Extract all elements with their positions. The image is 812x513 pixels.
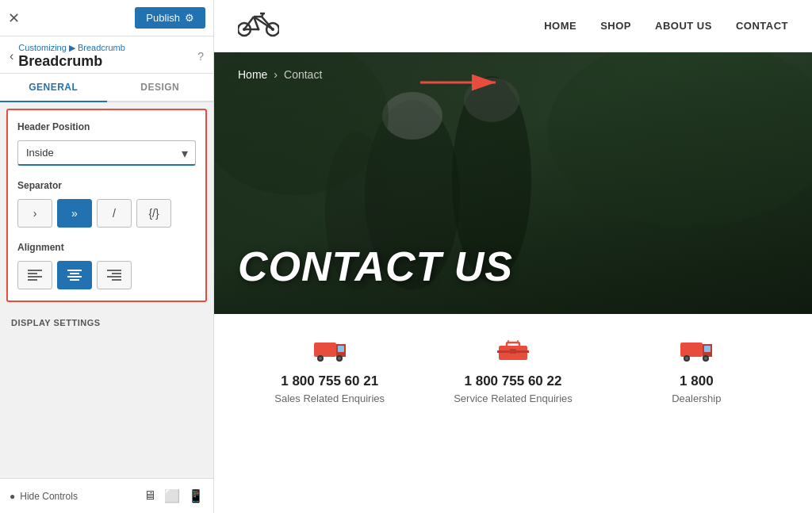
svg-rect-38 [338, 346, 344, 352]
hero-section: Home › Contact CONTACT US [214, 52, 812, 314]
svg-point-53 [685, 357, 688, 360]
alignment-group: Alignment [17, 242, 196, 289]
svg-rect-36 [314, 343, 336, 357]
eye-icon: ● [10, 491, 15, 502]
svg-rect-2 [28, 276, 42, 278]
service-item-dealership: 1 800 Dealership [605, 328, 788, 412]
dealership-icon [613, 336, 780, 367]
svg-point-42 [338, 357, 341, 360]
hide-controls-label: Hide Controls [20, 491, 78, 502]
service-desc-sales: Sales Related Enquiries [246, 392, 413, 404]
top-bar: ✕ Publish ⚙ [0, 0, 213, 36]
tab-general[interactable]: GENERAL [0, 74, 107, 102]
hero-breadcrumb: Home › Contact [238, 68, 322, 81]
align-left-button[interactable] [17, 261, 52, 289]
breadcrumb-nav: ‹ Customizing ▶ Breadcrumb Breadcrumb ? [0, 36, 213, 74]
publish-label: Publish [146, 12, 180, 24]
service-phone-service: 1 800 755 60 22 [429, 373, 596, 389]
svg-rect-10 [107, 276, 121, 278]
breadcrumb-separator: › [274, 68, 278, 81]
service-item-service: 1 800 755 60 22 Service Related Enquirie… [421, 328, 604, 412]
tablet-icon[interactable]: ⬜ [164, 488, 180, 503]
alignment-buttons [17, 261, 196, 289]
mobile-icon[interactable]: 📱 [188, 488, 204, 503]
align-center-icon [67, 270, 82, 281]
separator-slash[interactable]: / [97, 199, 132, 228]
site-logo [238, 9, 279, 43]
header-position-label: Header Position [17, 121, 196, 132]
site-header: HOME SHOP ABOUT US CONTACT [214, 0, 812, 52]
tab-design[interactable]: DESIGN [107, 74, 214, 101]
breadcrumb-title: Breadcrumb [18, 53, 125, 70]
truck-svg-icon [314, 336, 346, 362]
truck-icon [246, 336, 413, 367]
svg-rect-4 [67, 270, 82, 271]
svg-point-48 [517, 340, 519, 342]
breadcrumb-current-page: Contact [284, 68, 322, 81]
header-position-group: Header Position Inside Outside Below Hea… [17, 121, 196, 166]
nav-item-about[interactable]: ABOUT US [655, 20, 712, 32]
align-left-icon [28, 270, 42, 281]
svg-rect-11 [112, 279, 121, 281]
header-position-select[interactable]: Inside Outside Below Header [17, 140, 196, 166]
svg-rect-9 [112, 273, 121, 274]
separator-buttons: › » / {/} [17, 199, 196, 228]
nav-item-shop[interactable]: SHOP [600, 20, 631, 32]
dealership-svg-icon [680, 336, 712, 362]
separator-double-chevron[interactable]: » [57, 199, 92, 228]
svg-point-47 [508, 340, 509, 342]
svg-rect-51 [704, 346, 710, 352]
service-item-sales: 1 800 755 60 21 Sales Related Enquiries [238, 328, 421, 412]
svg-rect-7 [70, 279, 79, 281]
svg-point-40 [319, 357, 322, 360]
align-right-icon [107, 270, 121, 281]
close-button[interactable]: ✕ [8, 10, 20, 27]
svg-rect-6 [67, 276, 82, 278]
toolbox-svg-icon [497, 336, 529, 362]
settings-section: Header Position Inside Outside Below Hea… [6, 109, 207, 302]
service-desc-service: Service Related Enquiries [429, 392, 596, 404]
svg-rect-0 [28, 270, 42, 271]
red-arrow-indicator [412, 67, 508, 102]
alignment-label: Alignment [17, 242, 196, 253]
service-phone-sales: 1 800 755 60 21 [246, 373, 413, 389]
svg-rect-3 [28, 279, 37, 281]
svg-rect-8 [107, 270, 121, 271]
svg-rect-49 [680, 343, 703, 357]
separator-single-chevron[interactable]: › [17, 199, 52, 228]
nav-item-home[interactable]: HOME [544, 20, 576, 32]
service-desc-dealership: Dealership [613, 392, 780, 404]
tabs-bar: GENERAL DESIGN [0, 74, 213, 102]
svg-rect-1 [28, 273, 37, 274]
arrow-icon [412, 67, 508, 98]
panel-content: Header Position Inside Outside Below Hea… [0, 102, 213, 478]
align-center-button[interactable] [57, 261, 92, 289]
svg-rect-44 [507, 343, 519, 347]
separator-pipe[interactable]: {/} [136, 199, 171, 228]
hide-controls-button[interactable]: ● Hide Controls [10, 491, 78, 502]
right-panel: HOME SHOP ABOUT US CONTACT [214, 0, 812, 513]
help-icon[interactable]: ? [197, 50, 204, 63]
svg-point-24 [258, 29, 260, 31]
device-icons: 🖥 ⬜ 📱 [144, 488, 204, 503]
hero-title: CONTACT US [238, 243, 788, 290]
site-nav: HOME SHOP ABOUT US CONTACT [544, 20, 788, 32]
dropdown-wrapper: Inside Outside Below Header ▾ [17, 140, 196, 166]
desktop-icon[interactable]: 🖥 [144, 488, 156, 503]
svg-rect-5 [70, 273, 79, 274]
separator-label: Separator [17, 180, 196, 191]
gear-icon: ⚙ [185, 12, 194, 24]
separator-group: Separator › » / {/} [17, 180, 196, 228]
breadcrumb-path: Customizing ▶ Breadcrumb [18, 43, 125, 53]
nav-item-contact[interactable]: CONTACT [736, 20, 788, 32]
align-right-button[interactable] [97, 261, 132, 289]
service-phone-dealership: 1 800 [613, 373, 780, 389]
publish-button[interactable]: Publish ⚙ [135, 7, 205, 29]
services-section: 1 800 755 60 21 Sales Related Enquiries … [214, 314, 812, 513]
back-arrow-icon[interactable]: ‹ [10, 49, 13, 63]
left-panel: ✕ Publish ⚙ ‹ Customizing ▶ Breadcrumb B… [0, 0, 214, 513]
toolbox-icon [429, 336, 596, 367]
display-settings-header: DISPLAY SETTINGS [0, 308, 213, 332]
svg-rect-46 [510, 349, 516, 354]
breadcrumb-home-link[interactable]: Home [238, 68, 267, 81]
